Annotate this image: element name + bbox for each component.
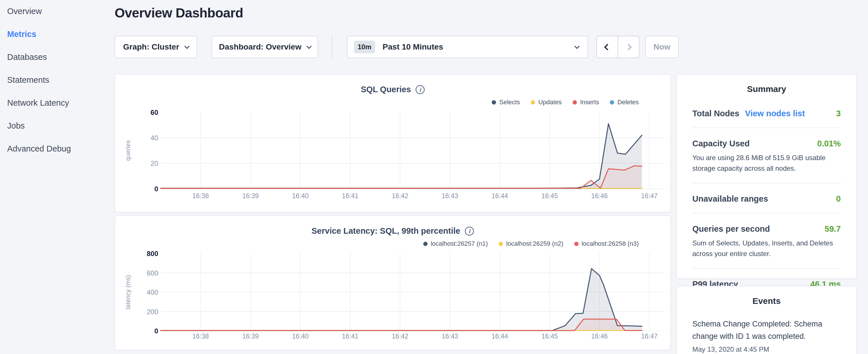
summary-row-total-nodes: Total Nodes View nodes list 3	[692, 109, 841, 118]
svg-text:200: 200	[147, 308, 158, 316]
events-panel: Events Schema Change Completed: Schema c…	[676, 286, 857, 354]
summary-row-unavailable-ranges: Unavailable ranges 0	[692, 194, 841, 204]
now-button[interactable]: Now	[645, 36, 679, 58]
svg-text:16:41: 16:41	[342, 192, 359, 200]
svg-text:60: 60	[150, 108, 158, 116]
sql-queries-plot: 16:3816:3916:4016:4116:4216:4316:4416:45…	[115, 74, 670, 212]
events-heading: Events	[677, 286, 856, 306]
divider	[692, 213, 841, 213]
info-icon[interactable]: i	[465, 227, 474, 236]
summary-value: 0	[836, 194, 841, 204]
divider	[692, 183, 841, 183]
svg-text:16:41: 16:41	[342, 332, 359, 340]
sidebar-item-network-latency[interactable]: Network Latency	[7, 97, 69, 109]
sidebar-item-metrics[interactable]: Metrics	[7, 28, 36, 40]
summary-label: Capacity Used	[692, 139, 750, 148]
time-range-label: Past 10 Minutes	[382, 42, 443, 52]
event-timestamp: May 13, 2020 at 4:45 PM	[692, 345, 841, 353]
summary-description: Sum of Selects, Updates, Inserts, and De…	[692, 238, 841, 259]
service-latency-chart-card: 16:3816:3916:4016:4116:4216:4316:4416:45…	[115, 215, 671, 350]
sidebar-item-advanced-debug[interactable]: Advanced Debug	[7, 142, 71, 155]
chart-legend: localhost:26257 (n1) localhost:26259 (n2…	[423, 240, 639, 248]
svg-text:16:39: 16:39	[242, 192, 259, 200]
legend-item: Inserts	[572, 99, 599, 106]
dashboard-dropdown[interactable]: Dashboard: Overview	[212, 36, 318, 58]
summary-row-queries-per-second: Queries per second 59.7	[692, 224, 841, 234]
svg-text:16:40: 16:40	[292, 192, 309, 200]
legend-item: localhost:26258 (n3)	[574, 240, 639, 248]
controls-divider	[332, 36, 333, 58]
svg-text:16:38: 16:38	[192, 332, 209, 340]
legend-dot-deletes	[610, 100, 614, 104]
summary-label: Total Nodes	[692, 109, 739, 118]
legend-label: localhost:26257 (n1)	[431, 240, 488, 248]
svg-text:16:40: 16:40	[292, 332, 309, 340]
legend-item: Updates	[531, 99, 562, 106]
chevron-left-icon	[604, 43, 611, 51]
legend-label: Deletes	[617, 99, 639, 106]
service-latency-plot: 16:3816:3916:4016:4116:4216:4316:4416:45…	[115, 216, 670, 350]
event-message: Schema Change Completed: Schema change w…	[692, 318, 841, 343]
svg-text:16:44: 16:44	[492, 332, 508, 340]
graph-scope-dropdown[interactable]: Graph: Cluster	[115, 36, 197, 58]
now-button-label: Now	[653, 42, 670, 52]
svg-text:16:47: 16:47	[641, 332, 658, 340]
summary-label: Queries per second	[692, 224, 770, 234]
legend-item: Selects	[492, 99, 520, 106]
legend-dot-updates	[531, 100, 535, 104]
svg-text:16:38: 16:38	[192, 192, 209, 200]
summary-description: You are using 28.6 MiB of 515.9 GiB usab…	[692, 152, 841, 173]
divider	[692, 127, 841, 128]
svg-text:16:43: 16:43	[442, 192, 458, 200]
legend-dot-selects	[492, 100, 496, 104]
sidebar-item-statements[interactable]: Statements	[7, 74, 49, 86]
svg-text:16:43: 16:43	[442, 332, 458, 340]
svg-text:16:45: 16:45	[541, 192, 558, 200]
sidebar-item-overview[interactable]: Overview	[7, 5, 42, 18]
info-icon[interactable]: i	[415, 85, 425, 94]
chevron-down-icon	[184, 43, 189, 49]
legend-label: localhost:26258 (n3)	[582, 240, 639, 248]
svg-text:600: 600	[147, 269, 158, 277]
legend-item: Deletes	[610, 99, 639, 106]
legend-label: localhost:26259 (n2)	[506, 240, 563, 248]
legend-item: localhost:26259 (n2)	[499, 240, 563, 248]
summary-panel: Summary Total Nodes View nodes list 3 Ca…	[676, 74, 857, 279]
svg-text:16:46: 16:46	[591, 192, 608, 200]
svg-text:40: 40	[150, 134, 158, 142]
svg-text:16:47: 16:47	[641, 192, 658, 200]
chevron-down-icon	[306, 43, 311, 49]
divider	[692, 268, 841, 269]
legend-label: Inserts	[580, 99, 599, 106]
chevron-down-icon	[574, 43, 580, 49]
previous-timespan-button[interactable]	[597, 36, 618, 58]
svg-text:16:45: 16:45	[541, 332, 558, 340]
sql-queries-chart-card: 16:3816:3916:4016:4116:4216:4316:4416:45…	[115, 74, 671, 213]
page-title: Overview Dashboard	[115, 5, 243, 21]
chart-title: SQL Queries	[361, 85, 411, 94]
svg-text:400: 400	[147, 288, 158, 296]
svg-text:0: 0	[154, 185, 158, 193]
next-timespan-button[interactable]	[618, 36, 639, 58]
svg-text:16:39: 16:39	[242, 332, 259, 340]
legend-label: Selects	[499, 99, 520, 106]
sidebar-item-databases[interactable]: Databases	[7, 51, 47, 63]
svg-text:20: 20	[150, 160, 158, 167]
legend-dot-node3	[574, 242, 579, 246]
chart-title: Service Latency: SQL, 99th percentile	[311, 226, 460, 236]
svg-text:16:46: 16:46	[591, 332, 608, 340]
svg-text:16:44: 16:44	[492, 192, 508, 200]
time-step-buttons	[596, 36, 639, 58]
legend-dot-node2	[499, 242, 503, 246]
legend-dot-node1	[423, 242, 428, 246]
summary-heading: Summary	[677, 74, 856, 94]
summary-row-capacity-used: Capacity Used 0.01%	[692, 139, 841, 148]
svg-text:16:42: 16:42	[392, 192, 408, 200]
svg-text:latency (ms): latency (ms)	[124, 275, 131, 309]
svg-text:16:42: 16:42	[392, 332, 408, 340]
time-range-selector[interactable]: 10m Past 10 Minutes	[347, 36, 588, 58]
view-nodes-list-link[interactable]: View nodes list	[745, 109, 805, 118]
sidebar-item-jobs[interactable]: Jobs	[7, 120, 25, 132]
summary-label: Unavailable ranges	[692, 194, 768, 204]
overview-dashboard-page: Overview Metrics Databases Statements Ne…	[0, 0, 868, 354]
